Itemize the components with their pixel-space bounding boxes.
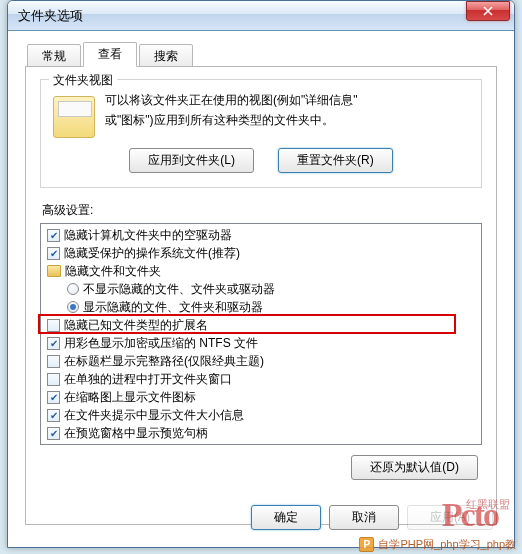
- tree-row-label: 用彩色显示加密或压缩的 NTFS 文件: [64, 335, 258, 352]
- cancel-button[interactable]: 取消: [329, 505, 399, 530]
- tree-row-label: 在缩略图上显示文件图标: [64, 389, 196, 406]
- tree-row-label: 在文件夹提示中显示文件大小信息: [64, 407, 244, 424]
- tree-row-label: 隐藏文件和文件夹: [65, 263, 161, 280]
- tree-row-label: 隐藏计算机文件夹中的空驱动器: [64, 227, 232, 244]
- tree-row[interactable]: 在文件夹提示中显示文件大小信息: [41, 406, 481, 424]
- tree-row[interactable]: 隐藏计算机文件夹中的空驱动器: [41, 226, 481, 244]
- checkbox-icon[interactable]: [47, 229, 60, 242]
- folder-options-window: 文件夹选项 常规 查看 搜索 文件夹视图 可以将该文件夹正在使用的视图(例如"详…: [7, 0, 515, 548]
- advanced-settings-tree[interactable]: 隐藏计算机文件夹中的空驱动器隐藏受保护的操作系统文件(推荐)隐藏文件和文件夹不显…: [40, 223, 482, 445]
- tab-body-view: 文件夹视图 可以将该文件夹正在使用的视图(例如"详细信息" 或"图标")应用到所…: [25, 67, 497, 525]
- tree-row[interactable]: 不显示隐藏的文件、文件夹或驱动器: [41, 280, 481, 298]
- folder-view-desc: 可以将该文件夹正在使用的视图(例如"详细信息" 或"图标")应用到所有这种类型的…: [105, 90, 469, 131]
- tree-row-label: 隐藏已知文件类型的扩展名: [64, 317, 208, 334]
- apply-button[interactable]: 应用(A): [407, 505, 493, 530]
- client-area: 常规 查看 搜索 文件夹视图 可以将该文件夹正在使用的视图(例如"详细信息" 或…: [15, 35, 507, 540]
- checkbox-icon[interactable]: [47, 247, 60, 260]
- tree-row-label: 在单独的进程中打开文件夹窗口: [64, 371, 232, 388]
- apply-to-folders-button[interactable]: 应用到文件夹(L): [129, 148, 254, 173]
- restore-defaults-button[interactable]: 还原为默认值(D): [351, 455, 478, 480]
- folder-icon: [47, 265, 61, 277]
- checkbox-icon[interactable]: [47, 319, 60, 332]
- close-button[interactable]: [466, 1, 510, 21]
- radio-icon[interactable]: [67, 283, 79, 295]
- tree-row[interactable]: 隐藏文件和文件夹: [41, 262, 481, 280]
- radio-icon[interactable]: [67, 301, 79, 313]
- checkbox-icon[interactable]: [47, 391, 60, 404]
- folder-view-title: 文件夹视图: [49, 72, 117, 89]
- tree-row[interactable]: 在缩略图上显示文件图标: [41, 388, 481, 406]
- checkbox-icon[interactable]: [47, 355, 60, 368]
- tree-row[interactable]: 隐藏已知文件类型的扩展名: [41, 316, 481, 334]
- dialog-buttons: 确定 取消 应用(A): [251, 505, 493, 530]
- folder-view-icon: [53, 96, 95, 138]
- tab-header: 常规 查看 搜索: [25, 43, 497, 67]
- reset-folders-button[interactable]: 重置文件夹(R): [278, 148, 393, 173]
- tree-row-label: 在预览窗格中显示预览句柄: [64, 425, 208, 442]
- folder-view-group: 文件夹视图 可以将该文件夹正在使用的视图(例如"详细信息" 或"图标")应用到所…: [40, 79, 482, 188]
- ok-button[interactable]: 确定: [251, 505, 321, 530]
- tree-row-label: 隐藏受保护的操作系统文件(推荐): [64, 245, 240, 262]
- tree-row[interactable]: 在单独的进程中打开文件夹窗口: [41, 370, 481, 388]
- tree-row[interactable]: 隐藏受保护的操作系统文件(推荐): [41, 244, 481, 262]
- checkbox-icon[interactable]: [47, 409, 60, 422]
- checkbox-icon[interactable]: [47, 373, 60, 386]
- tab-general[interactable]: 常规: [27, 44, 81, 67]
- advanced-settings-label: 高级设置:: [42, 202, 482, 219]
- tree-row[interactable]: 在标题栏显示完整路径(仅限经典主题): [41, 352, 481, 370]
- tree-row-label: 在标题栏显示完整路径(仅限经典主题): [64, 353, 264, 370]
- folder-view-desc-line2: 或"图标")应用到所有这种类型的文件夹中。: [105, 113, 334, 127]
- tree-row[interactable]: 在预览窗格中显示预览句柄: [41, 424, 481, 442]
- folder-view-desc-line1: 可以将该文件夹正在使用的视图(例如"详细信息": [105, 93, 358, 107]
- tree-row[interactable]: 用彩色显示加密或压缩的 NTFS 文件: [41, 334, 481, 352]
- checkbox-icon[interactable]: [47, 427, 60, 440]
- tab-view[interactable]: 查看: [83, 42, 137, 67]
- titlebar[interactable]: 文件夹选项: [8, 1, 514, 31]
- tab-search[interactable]: 搜索: [139, 44, 193, 67]
- tree-row-label: 不显示隐藏的文件、文件夹或驱动器: [83, 281, 275, 298]
- close-icon: [483, 6, 493, 16]
- window-title: 文件夹选项: [18, 7, 466, 25]
- tree-row-label: 显示隐藏的文件、文件夹和驱动器: [83, 299, 263, 316]
- checkbox-icon[interactable]: [47, 337, 60, 350]
- tree-row[interactable]: 显示隐藏的文件、文件夹和驱动器: [41, 298, 481, 316]
